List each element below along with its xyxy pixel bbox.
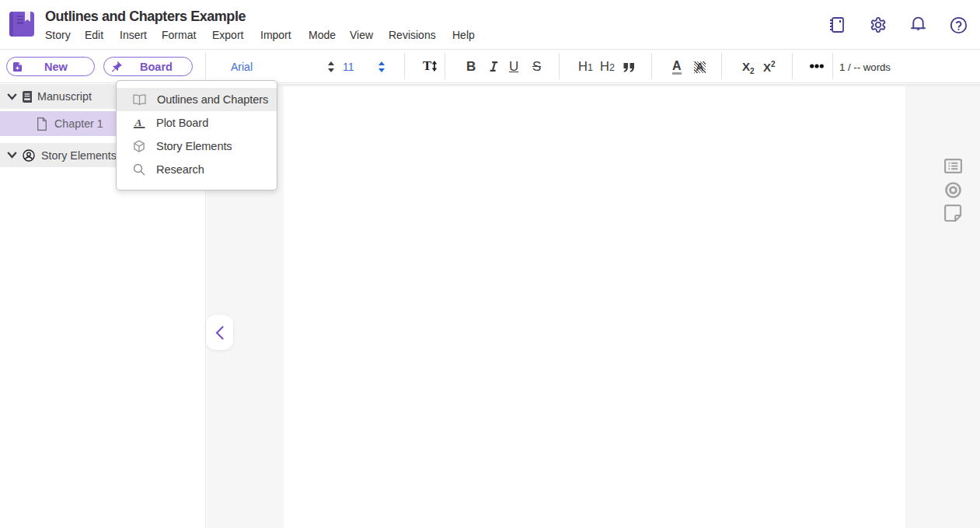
svg-text:A: A xyxy=(134,117,142,128)
